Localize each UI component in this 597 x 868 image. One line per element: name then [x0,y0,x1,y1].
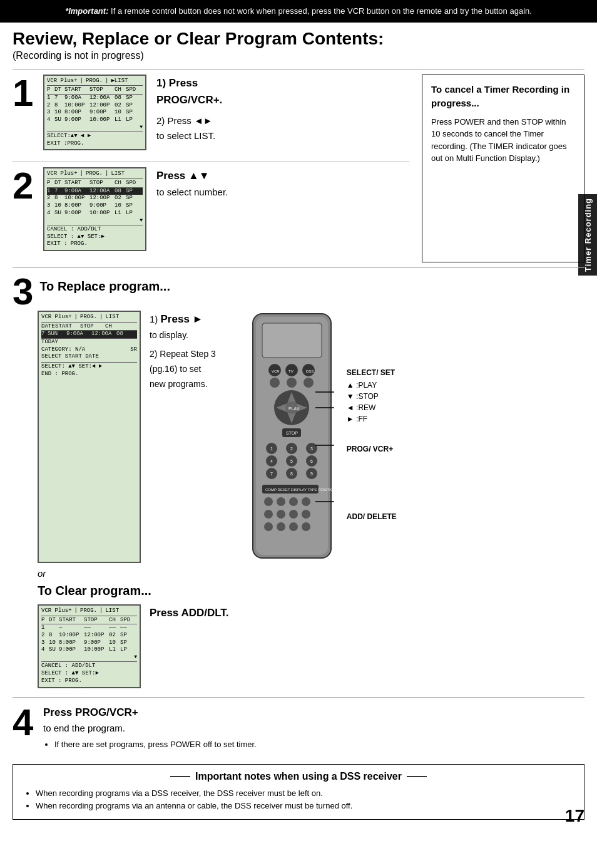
svg-rect-2 [262,323,322,358]
step-3-container: 3 To Replace program... VCR Plus+|PROG.|… [13,273,584,688]
step-3-replace-body: VCR Plus+|PROG.|LIST DATE START STOP CH … [38,311,584,563]
svg-text:7: 7 [270,472,273,476]
svg-point-56 [302,522,310,531]
step-4: 4 Press PROG/VCR+ to end the program. If… [13,704,584,752]
remote-section: VCR TV DSS [243,311,397,563]
svg-point-11 [304,378,314,388]
svg-text:5: 5 [290,459,293,463]
important-notes: ——Important notes when using a DSS recei… [13,764,584,820]
svg-text:9: 9 [310,472,313,476]
svg-text:VCR: VCR [272,369,280,373]
step-3-replace-instructions: 1) Press ► to display. 2) Repeat Step 3(… [150,311,216,563]
step-4-bullets: If there are set programs, press POWER o… [43,738,257,752]
main-content: Review, Replace or Clear Program Content… [0,23,597,833]
step-1-instructions: 1) PressPROG/VCR+. 2) Press ◄►to select … [156,75,222,146]
svg-point-52 [302,510,310,519]
step-2-number: 2 [13,167,34,205]
svg-text:COMP  RESET  DISPLAY  TAPE POS: COMP RESET DISPLAY TAPE POSITION [265,488,336,492]
lcd-screen-2: VCR Plus+|PROG.|LIST P DT START STOP CH … [43,167,146,251]
svg-point-55 [289,522,298,531]
or-divider: or [38,568,559,579]
svg-point-42 [277,497,285,506]
top-section: 1 VCR Plus+|PROG.|▶LIST P DT START STOP … [13,75,584,262]
important-note-1: When recording programs via a DSS receiv… [36,787,574,800]
lcd-screen-1: VCR Plus+|PROG.|▶LIST P DT START STOP CH… [43,75,146,151]
svg-text:STOP: STOP [286,431,298,435]
step-4-normal: to end the program. [43,723,125,733]
remote-svg: VCR TV DSS [243,311,340,563]
step-4-bold: Press PROG/VCR+ [43,706,138,718]
step-3-number: 3 [13,273,33,311]
important-notes-list: When recording programs via a DSS receiv… [23,787,574,814]
cancel-box: To cancel a Timer Recording in progress.… [422,75,584,262]
svg-text:TV: TV [288,369,293,373]
steps-column: 1 VCR Plus+|PROG.|▶LIST P DT START STOP … [13,75,409,262]
label-prog-vcr: PROG/ VCR+ [347,443,397,455]
svg-text:3: 3 [310,447,313,451]
svg-point-49 [264,510,273,519]
svg-point-9 [270,378,280,388]
svg-text:1: 1 [270,447,273,451]
clear-body: VCR Plus+|PROG.|LIST P DT START STOP CH … [38,604,584,688]
step-4-content: Press PROG/VCR+ to end the program. If t… [43,704,257,752]
page-title: Review, Replace or Clear Program Content… [13,29,584,49]
lcd-screen-3-clear: VCR Plus+|PROG.|LIST P DT START STOP CH … [38,604,141,688]
svg-text:PLAY: PLAY [288,406,300,411]
notice-bold: *Important: [65,6,108,16]
lcd-screen-3-replace: VCR Plus+|PROG.|LIST DATE START STOP CH … [38,311,141,563]
step-2-content: VCR Plus+|PROG.|LIST P DT START STOP CH … [43,167,409,251]
important-notes-title: ——Important notes when using a DSS recei… [23,771,574,782]
label-play: ▲ :PLAY [347,380,397,391]
remote-labels: SELECT/ SET ▲ :PLAY ▼ :STOP ◄ :REW ► :FF… [347,311,397,522]
svg-point-53 [264,522,273,531]
svg-text:DSS: DSS [306,369,314,373]
top-notice: *Important: If a remote control button d… [0,0,597,23]
svg-point-44 [302,497,310,506]
label-add-delete: ADD/ DELETE [347,511,397,522]
step-3-header-row: 3 To Replace program... [13,273,584,311]
label-stop: ▼ :STOP [347,391,397,402]
svg-point-41 [264,497,273,506]
svg-text:4: 4 [270,459,273,463]
svg-text:6: 6 [310,459,313,463]
step-4-number: 4 [13,704,34,741]
svg-point-50 [277,510,285,519]
clear-header: To Clear program... [38,584,584,598]
cancel-box-body: Press POWER and then STOP within 10 seco… [431,116,575,165]
page-number: 17 [565,806,584,826]
label-select-set: SELECT/ SET [347,367,397,378]
page-subtitle: (Recording is not in progress) [13,50,584,61]
label-rew: ◄ :REW [347,402,397,413]
svg-point-43 [289,497,298,506]
svg-text:2: 2 [290,447,293,451]
step-2-instructions: Press ▲▼ to select number. [156,167,228,199]
step-1-content: VCR Plus+|PROG.|▶LIST P DT START STOP CH… [43,75,409,151]
svg-text:8: 8 [290,472,293,476]
step-1: 1 VCR Plus+|PROG.|▶LIST P DT START STOP … [13,75,409,151]
step-3-header: To Replace program... [39,279,170,294]
step-2: 2 VCR Plus+|PROG.|LIST P DT START STOP C… [13,167,409,251]
svg-point-54 [277,522,285,531]
notice-text: If a remote control button does not work… [108,6,531,16]
step-4-bullet-1: If there are set programs, press POWER o… [54,738,257,752]
cancel-box-title: To cancel a Timer Recording in progress.… [431,83,575,111]
important-note-2: When recording programs via an antenna o… [36,800,574,813]
svg-point-51 [289,510,298,519]
step-1-number: 1 [13,75,34,112]
svg-point-10 [287,378,297,388]
clear-instructions: Press ADD/DLT. [150,604,229,688]
label-ff: ► :FF [347,413,397,425]
